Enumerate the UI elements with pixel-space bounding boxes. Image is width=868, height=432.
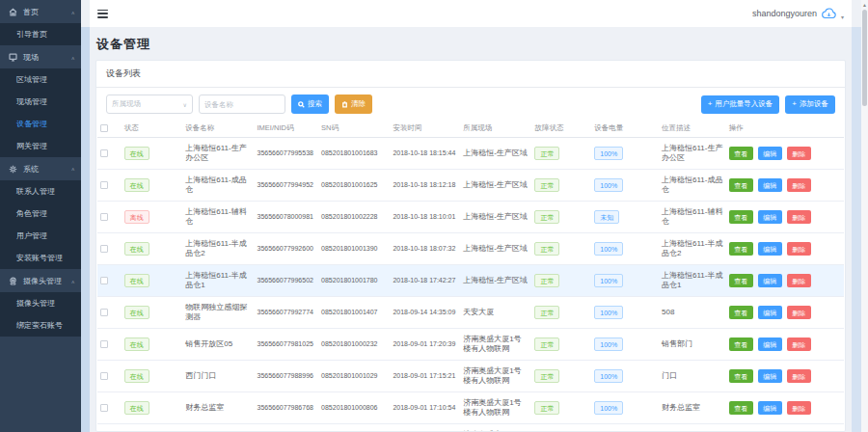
bulk-import-devices-button[interactable]: + 用户批量导入设备 bbox=[701, 95, 780, 114]
edit-button[interactable]: 编辑 bbox=[758, 274, 782, 287]
add-device-button[interactable]: + 添加设备 bbox=[785, 95, 835, 114]
sidebar-item-device-mgmt[interactable]: 设备管理 bbox=[0, 113, 81, 135]
imei-cell: 356566077986768 bbox=[255, 392, 319, 424]
device-name-cell: 财务部档案室 bbox=[182, 424, 254, 432]
sidebar-item-camera-mgmt[interactable]: 摄像头管理 bbox=[0, 292, 81, 314]
sidebar-item-guide-home[interactable]: 引导首页 bbox=[0, 23, 81, 45]
view-button[interactable]: 查看 bbox=[729, 210, 753, 224]
site-filter-select[interactable]: 所属现场 ∨ bbox=[106, 94, 193, 114]
row-checkbox[interactable] bbox=[100, 181, 108, 189]
sidebar-item-site-mgmt[interactable]: 现场管理 bbox=[0, 91, 81, 113]
edit-button[interactable]: 编辑 bbox=[758, 369, 782, 383]
imei-cell: 356566077981025 bbox=[255, 329, 319, 361]
battery-cell: 未知 bbox=[591, 202, 659, 233]
battery-cell: 100% bbox=[591, 361, 659, 392]
edit-button[interactable]: 编辑 bbox=[758, 338, 782, 351]
sidebar-item-install-account-mgmt[interactable]: 安装账号管理 bbox=[0, 247, 81, 269]
device-name-cell: 西门门口 bbox=[182, 361, 254, 392]
sidebar-item-label: 摄像头管理 bbox=[16, 298, 55, 309]
sidebar-item-label: 绑定萤石账号 bbox=[16, 320, 63, 331]
view-button[interactable]: 查看 bbox=[729, 147, 753, 160]
battery-badge: 100% bbox=[594, 401, 623, 415]
content: 设备管理 设备列表 所属现场 ∨ 搜索 bbox=[90, 27, 852, 432]
status-cell: 在线 bbox=[122, 392, 182, 424]
row-checkbox[interactable] bbox=[100, 245, 108, 253]
sidebar-item-bind-ezviz-account[interactable]: 绑定萤石账号 bbox=[0, 314, 81, 337]
delete-button[interactable]: 删除 bbox=[787, 147, 811, 160]
row-checkbox[interactable] bbox=[100, 309, 108, 316]
imei-cell: 356566077996502 bbox=[255, 265, 319, 297]
sidebar-item-role-mgmt[interactable]: 角色管理 bbox=[0, 202, 81, 225]
edit-button[interactable]: 编辑 bbox=[758, 210, 782, 224]
plus-icon: + bbox=[792, 100, 797, 108]
scrollbar-thumb[interactable] bbox=[862, 10, 867, 106]
device-table: 状态设备名称IMEI/NID码SN码安装时间所属现场故障状态设备电量位置描述操作… bbox=[96, 120, 845, 431]
fault-status-cell: 正常 bbox=[531, 265, 591, 297]
battery-badge: 100% bbox=[594, 369, 623, 383]
view-button[interactable]: 查看 bbox=[729, 369, 753, 383]
device-list-card: 设备列表 所属现场 ∨ 搜索 清除 bbox=[95, 60, 846, 432]
status-cell: 离线 bbox=[122, 202, 182, 233]
delete-button[interactable]: 删除 bbox=[787, 210, 811, 224]
edit-button[interactable]: 编辑 bbox=[758, 401, 782, 415]
site-cell: 上海稳恒-生产区域 bbox=[460, 233, 531, 265]
sidebar-item-home[interactable]: 首页∧ bbox=[0, 0, 81, 23]
select-all-checkbox[interactable] bbox=[100, 124, 108, 132]
delete-button[interactable]: 删除 bbox=[787, 338, 811, 351]
sidebar-item-contact-mgmt[interactable]: 联系人管理 bbox=[0, 180, 81, 202]
sidebar-item-user-mgmt[interactable]: 用户管理 bbox=[0, 225, 81, 247]
content-scrollbar[interactable] bbox=[852, 27, 861, 432]
view-button[interactable]: 查看 bbox=[729, 401, 753, 415]
window-scrollbar[interactable]: ▲ bbox=[861, 0, 868, 432]
site-cell: 上海稳恒-生产区域 bbox=[460, 202, 531, 233]
sidebar-item-gateway-mgmt[interactable]: 网关管理 bbox=[0, 135, 81, 157]
fault-status-cell: 正常 bbox=[531, 138, 591, 170]
row-checkbox[interactable] bbox=[100, 149, 108, 157]
delete-button[interactable]: 删除 bbox=[787, 401, 811, 415]
device-name-cell: 上海稳恒611-成品仓 bbox=[182, 170, 254, 202]
view-button[interactable]: 查看 bbox=[729, 274, 753, 287]
edit-button[interactable]: 编辑 bbox=[758, 178, 782, 192]
row-checkbox[interactable] bbox=[100, 277, 108, 284]
column-header: 设备电量 bbox=[591, 120, 659, 138]
row-checkbox[interactable] bbox=[100, 213, 108, 221]
row-checkbox[interactable] bbox=[100, 372, 108, 380]
sidebar-item-label: 引导首页 bbox=[16, 29, 47, 40]
delete-button[interactable]: 删除 bbox=[787, 369, 811, 383]
delete-button[interactable]: 删除 bbox=[787, 178, 811, 192]
fault-status-cell: 正常 bbox=[531, 329, 591, 361]
user-menu[interactable]: shandongyouren ▾ bbox=[752, 8, 844, 20]
search-button[interactable]: 搜索 bbox=[291, 94, 329, 114]
edit-button[interactable]: 编辑 bbox=[758, 147, 782, 160]
status-cell: 在线 bbox=[122, 265, 182, 297]
view-button[interactable]: 查看 bbox=[729, 338, 753, 351]
sidebar-item-camera-mgmt-group[interactable]: 摄像头管理∧ bbox=[0, 269, 81, 292]
view-button[interactable]: 查看 bbox=[729, 178, 753, 192]
hamburger-menu-icon[interactable] bbox=[97, 10, 108, 18]
site-cell: 济南奥盛大厦1号楼有人物联网 bbox=[460, 392, 531, 424]
row-checkbox[interactable] bbox=[100, 404, 108, 412]
view-button[interactable]: 查看 bbox=[729, 242, 753, 256]
site-cell: 上海稳恒-生产区域 bbox=[460, 170, 531, 202]
sidebar-scrollbar[interactable] bbox=[81, 27, 90, 432]
sn-cell: 085201801000232 bbox=[318, 329, 390, 361]
fault-status-cell: 正常 bbox=[531, 361, 591, 392]
sidebar-item-area-mgmt[interactable]: 区域管理 bbox=[0, 68, 81, 91]
view-button[interactable]: 查看 bbox=[729, 306, 753, 319]
clear-button[interactable]: 清除 bbox=[335, 94, 372, 114]
delete-button[interactable]: 删除 bbox=[787, 306, 811, 319]
edit-button[interactable]: 编辑 bbox=[758, 242, 782, 256]
actions-cell: 查看编辑删除 bbox=[726, 297, 844, 329]
delete-button[interactable]: 删除 bbox=[787, 274, 811, 287]
row-checkbox-cell bbox=[97, 265, 122, 297]
row-checkbox[interactable] bbox=[100, 340, 108, 348]
column-header: SN码 bbox=[318, 120, 390, 138]
device-name-input[interactable] bbox=[204, 100, 280, 109]
sidebar-item-system[interactable]: 系统∧ bbox=[0, 157, 81, 180]
delete-button[interactable]: 删除 bbox=[787, 242, 811, 256]
battery-cell: 100% bbox=[591, 233, 659, 265]
sidebar-item-site[interactable]: 现场∧ bbox=[0, 45, 81, 68]
edit-button[interactable]: 编辑 bbox=[758, 306, 782, 319]
status-badge: 在线 bbox=[124, 274, 149, 287]
sidebar-item-label: 角色管理 bbox=[16, 208, 47, 219]
